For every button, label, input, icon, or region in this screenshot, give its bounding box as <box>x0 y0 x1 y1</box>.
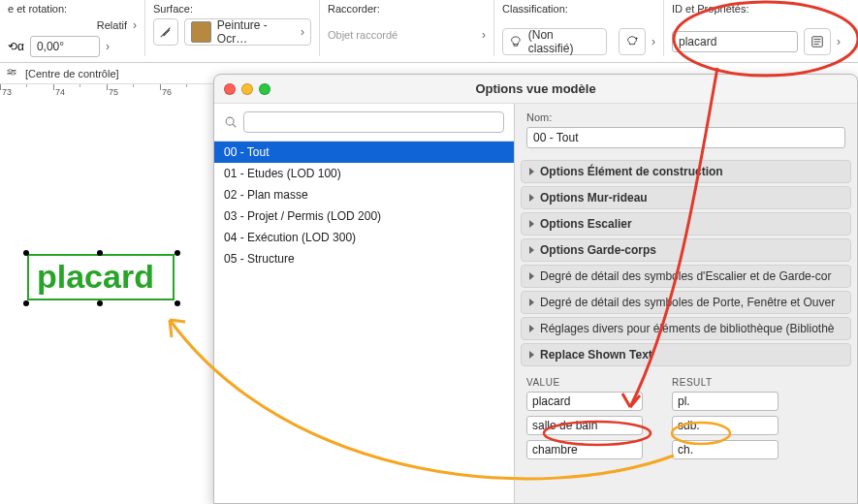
dialog-left-pane: 00 - Tout 01 - Etudes (LOD 100) 02 - Pla… <box>214 104 515 503</box>
result-input[interactable] <box>672 392 779 411</box>
table-row <box>526 416 845 435</box>
list-item[interactable]: 01 - Etudes (LOD 100) <box>214 163 514 184</box>
replace-text-table: VALUE RESULT <box>515 369 857 459</box>
tick-label: 73 <box>2 87 12 97</box>
classification-add-icon[interactable]: + <box>619 28 646 55</box>
ruler: 73 74 75 76 <box>0 84 213 100</box>
chevron-right-icon[interactable]: › <box>837 35 841 48</box>
tick-label: 74 <box>55 87 65 97</box>
chevron-right-icon[interactable]: › <box>651 35 655 48</box>
id-label: ID et Propriétés: <box>672 3 850 15</box>
toolbar: e et rotation: Relatif › ⟲α › Surface: P… <box>0 0 858 63</box>
chevron-right-icon[interactable]: › <box>482 28 486 42</box>
list-item[interactable]: 02 - Plan masse <box>214 184 514 205</box>
chevron-right-icon <box>529 220 534 228</box>
classif-value: (Non classifié) <box>528 28 601 55</box>
table-header-result: RESULT <box>672 377 779 388</box>
rotation-label: e et rotation: <box>8 3 137 15</box>
selection-handle[interactable] <box>97 250 103 256</box>
svg-line-10 <box>233 124 236 127</box>
svg-text:+: + <box>635 35 639 41</box>
surface-swatch <box>191 21 211 43</box>
text-object-content: placard <box>29 256 173 298</box>
table-header-value: VALUE <box>526 377 643 388</box>
angle-input[interactable] <box>30 36 100 57</box>
classification-button[interactable]: (Non classifié) <box>502 28 607 55</box>
accordion-header[interactable]: Options Mur-rideau <box>521 186 851 209</box>
control-center-label[interactable]: [Centre de contrôle] <box>25 68 119 79</box>
list-item[interactable]: 00 - Tout <box>214 142 514 163</box>
surface-label: Surface: <box>153 3 311 15</box>
result-input[interactable] <box>672 416 779 435</box>
view-options-list[interactable]: 00 - Tout 01 - Etudes (LOD 100) 02 - Pla… <box>214 142 514 503</box>
chevron-right-icon <box>529 246 534 254</box>
relative-label: Relatif <box>97 19 127 31</box>
chevron-right-icon <box>529 351 534 359</box>
selection-handle[interactable] <box>97 300 103 306</box>
accordion-header[interactable]: Options Escalier <box>521 212 851 236</box>
chevron-right-icon <box>529 299 534 306</box>
dialog-title: Options vue modèle <box>214 81 857 96</box>
close-icon[interactable] <box>224 83 236 95</box>
nom-input[interactable] <box>526 127 845 148</box>
result-input[interactable] <box>672 440 779 459</box>
list-item[interactable]: 04 - Exécution (LOD 300) <box>214 227 514 248</box>
text-object-placard[interactable]: placard <box>27 254 175 300</box>
chevron-right-icon[interactable]: › <box>133 18 137 32</box>
zoom-icon[interactable] <box>259 83 270 95</box>
chevron-right-icon <box>529 272 534 280</box>
accordion-header[interactable]: Degré de détail des symboles de Porte, F… <box>521 291 851 314</box>
link-label: Raccorder: <box>328 3 486 15</box>
accordion-header[interactable]: Degré de détail des symboles d'Escalier … <box>521 265 851 288</box>
classif-label: Classification: <box>502 3 655 15</box>
chevron-right-icon <box>529 325 534 332</box>
dialog-right-pane: Nom: Options Élément de construction Opt… <box>515 104 857 503</box>
table-row <box>526 392 845 411</box>
accordion-header[interactable]: Options Garde-corps <box>521 238 851 262</box>
table-row <box>526 440 845 459</box>
chevron-right-icon[interactable]: › <box>106 40 110 53</box>
accordion-header[interactable]: Réglages divers pour éléments de bibliot… <box>521 317 851 340</box>
svg-point-8 <box>12 72 15 75</box>
id-input[interactable] <box>672 31 798 52</box>
selection-handle[interactable] <box>175 300 180 306</box>
selection-handle[interactable] <box>175 250 180 256</box>
tick-label: 75 <box>109 87 118 97</box>
value-input[interactable] <box>526 440 643 459</box>
chevron-right-icon: › <box>301 25 304 39</box>
minimize-icon[interactable] <box>241 83 253 95</box>
chevron-right-icon <box>529 168 534 175</box>
selection-handle[interactable] <box>23 300 29 306</box>
tick-label: 76 <box>162 87 172 97</box>
settings-icon[interactable] <box>6 67 17 80</box>
accordion-header[interactable]: Options Élément de construction <box>521 160 851 183</box>
svg-point-7 <box>9 69 12 72</box>
properties-button[interactable] <box>804 28 831 55</box>
value-input[interactable] <box>526 416 643 435</box>
list-item[interactable]: 03 - Projet / Permis (LOD 200) <box>214 205 514 227</box>
angle-icon: ⟲α <box>8 40 24 53</box>
model-view-options-dialog: Options vue modèle 00 - Tout 01 - Etudes… <box>213 74 858 504</box>
surface-value: Peinture - Ocr… <box>217 18 295 46</box>
eyedropper-icon[interactable] <box>153 18 178 46</box>
surface-select[interactable]: Peinture - Ocr… › <box>184 18 311 46</box>
link-placeholder[interactable]: Objet raccordé <box>328 29 397 41</box>
chevron-right-icon <box>529 194 534 202</box>
svg-point-9 <box>226 117 234 125</box>
selection-handle[interactable] <box>23 250 29 256</box>
list-item[interactable]: 05 - Structure <box>214 248 514 269</box>
nom-label: Nom: <box>526 111 845 123</box>
dialog-titlebar[interactable]: Options vue modèle <box>214 75 857 104</box>
search-icon <box>224 115 238 129</box>
accordion-header[interactable]: Replace Shown Text <box>521 343 851 366</box>
search-input[interactable] <box>243 111 504 133</box>
value-input[interactable] <box>526 392 643 411</box>
